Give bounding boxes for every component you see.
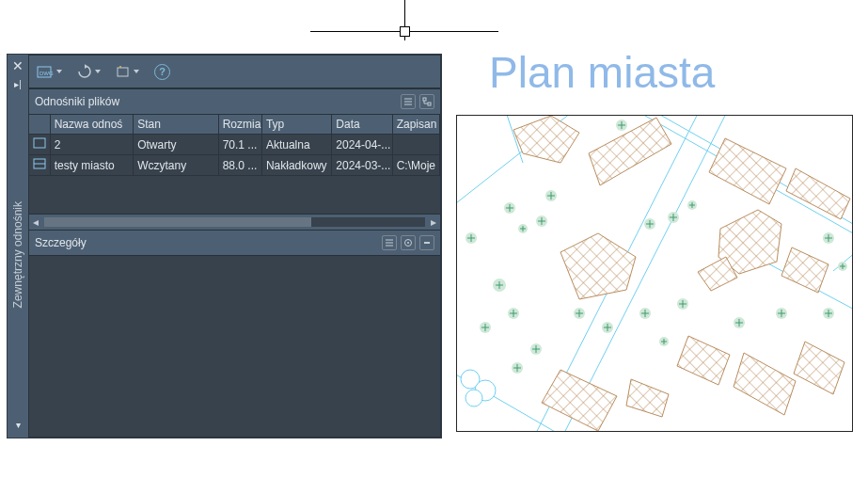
svg-rect-103 (118, 68, 128, 76)
references-header: Odnośniki plików (29, 88, 440, 115)
cell-saved (392, 135, 439, 155)
autohide-icon[interactable]: ▸| (14, 79, 22, 89)
cell-name: testy miasto (50, 155, 134, 176)
cell-name: 2 (50, 135, 134, 155)
scroll-track[interactable] (44, 217, 425, 227)
cell-type: Nakładkowy (261, 155, 331, 176)
cell-size: 88.0 ... (218, 155, 261, 176)
svg-rect-112 (34, 138, 45, 148)
svg-marker-18 (781, 247, 829, 293)
cell-date: 2024-04-... (332, 135, 392, 155)
references-table: Nazwa odnoś Stan Rozmiar Typ Data Zapisa… (29, 115, 440, 230)
svg-rect-108 (423, 98, 426, 101)
cell-size: 70.1 ... (218, 135, 261, 155)
cell-type: Aktualna (261, 135, 331, 155)
details-list-icon[interactable] (382, 235, 397, 250)
scroll-right-icon[interactable]: ▸ (427, 215, 440, 229)
table-header-row: Nazwa odnoś Stan Rozmiar Typ Data Zapisa… (29, 115, 440, 135)
drawing-title: Plan miasta (489, 47, 715, 98)
attach-dwg-button[interactable]: DWG (35, 62, 64, 81)
column-header-date[interactable]: Data (332, 115, 392, 135)
scroll-thumb[interactable] (44, 217, 311, 227)
details-title: Szczegóły (35, 236, 87, 249)
panel-main: DWG ? Odnośniki plików (28, 55, 441, 438)
column-header-type[interactable]: Typ (261, 115, 331, 135)
column-header-saved[interactable]: Zapisan (392, 115, 439, 135)
svg-point-104 (119, 66, 121, 68)
chevron-down-icon (134, 70, 139, 73)
chevron-down-icon (56, 70, 62, 73)
chevron-down-icon (95, 70, 101, 73)
collapse-icon[interactable] (419, 235, 434, 250)
panel-leftbar: ✕ ▸| Zewnętrzny odnośnik ▾ (8, 55, 28, 438)
tree-view-icon[interactable] (419, 94, 434, 109)
column-header-status[interactable]: Stan (134, 115, 219, 135)
references-title: Odnośniki plików (35, 95, 119, 108)
horizontal-scrollbar[interactable]: ◂ ▸ (29, 214, 440, 230)
cell-date: 2024-03-... (332, 155, 392, 176)
panel-side-title: Zewnętrzny odnośnik (11, 201, 24, 308)
svg-marker-21 (677, 336, 730, 385)
svg-text:DWG: DWG (39, 71, 54, 76)
svg-marker-12 (513, 116, 579, 163)
column-header-icon[interactable] (29, 115, 50, 135)
svg-point-27 (466, 390, 482, 406)
svg-marker-15 (786, 168, 850, 219)
svg-marker-22 (734, 353, 796, 415)
scroll-left-icon[interactable]: ◂ (29, 215, 42, 229)
svg-marker-16 (560, 233, 636, 299)
refresh-button[interactable] (75, 62, 103, 81)
svg-point-119 (407, 242, 409, 244)
close-icon[interactable]: ✕ (12, 58, 24, 73)
panel-menu-icon[interactable]: ▾ (16, 420, 21, 430)
xref-panel: ✕ ▸| Zewnętrzny odnośnik ▾ DWG ? (7, 54, 442, 438)
details-header: Szczegóły (29, 230, 440, 256)
column-header-name[interactable]: Nazwa odnoś (50, 115, 134, 135)
svg-marker-14 (709, 138, 786, 204)
map-viewport[interactable] (456, 115, 853, 432)
svg-marker-13 (589, 118, 671, 185)
cell-status: Wczytany (134, 155, 219, 176)
row-type-icon (29, 135, 50, 155)
list-view-icon[interactable] (401, 94, 416, 109)
row-type-icon (29, 155, 50, 176)
help-button[interactable]: ? (152, 62, 172, 82)
cell-status: Otwarty (134, 135, 219, 155)
help-icon: ? (154, 64, 170, 80)
svg-marker-20 (626, 379, 669, 417)
svg-rect-109 (428, 103, 431, 105)
preview-icon[interactable] (401, 235, 416, 250)
svg-marker-23 (794, 342, 844, 394)
column-header-size[interactable]: Rozmiar (218, 115, 261, 135)
path-button[interactable] (114, 62, 141, 81)
svg-marker-19 (542, 370, 617, 431)
details-body (29, 256, 440, 437)
table-row[interactable]: testy miastoWczytany88.0 ...Nakładkowy20… (29, 155, 440, 176)
toolbar: DWG ? (29, 56, 440, 88)
cell-saved: C:\Moje (392, 155, 439, 176)
table-row[interactable]: 2Otwarty70.1 ...Aktualna2024-04-... (29, 135, 440, 155)
